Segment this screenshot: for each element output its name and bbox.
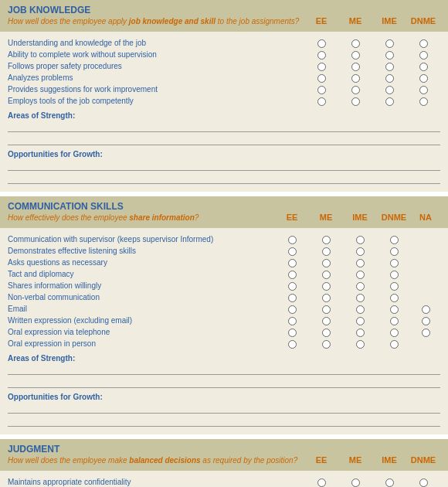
- radio-group: [275, 305, 440, 314]
- opportunity-line-comm[interactable]: [8, 403, 440, 414]
- radio-circle-na[interactable]: [422, 317, 430, 325]
- radio-circle[interactable]: [385, 51, 394, 60]
- radio-circle[interactable]: [288, 317, 297, 325]
- radio-circle[interactable]: [322, 282, 331, 291]
- radio-circle[interactable]: [390, 329, 399, 337]
- strength-line-comm-2[interactable]: [8, 377, 440, 388]
- radio-circle[interactable]: [356, 236, 365, 244]
- radio-circle[interactable]: [288, 259, 297, 267]
- radio-group: [275, 329, 440, 337]
- opportunity-line-jk[interactable]: [8, 160, 440, 171]
- radio-circle[interactable]: [356, 282, 365, 291]
- radio-circle[interactable]: [351, 74, 360, 83]
- section-judgment: JUDGMENT How well does the employee make…: [0, 439, 448, 487]
- strength-line-comm[interactable]: [8, 364, 440, 375]
- radio-circle[interactable]: [351, 39, 360, 48]
- strength-line-jk-2[interactable]: [8, 135, 440, 145]
- radio-circle[interactable]: [356, 259, 365, 267]
- radio-circle[interactable]: [356, 317, 365, 325]
- radio-circle[interactable]: [288, 271, 297, 279]
- col-ime-jk: IME: [372, 16, 406, 26]
- radio-circle[interactable]: [317, 39, 326, 48]
- radio-circle[interactable]: [385, 86, 394, 94]
- radio-circle[interactable]: [419, 63, 428, 71]
- col-me-j: ME: [338, 455, 372, 465]
- section-communication-skills: COMMUNICATION SKILLS How effectively doe…: [0, 196, 448, 434]
- radio-circle[interactable]: [385, 97, 394, 106]
- radio-circle[interactable]: [322, 247, 331, 256]
- col-labels-judgment: EE ME IME DNME: [304, 455, 440, 465]
- radio-circle[interactable]: [322, 236, 331, 244]
- radio-circle[interactable]: [419, 97, 428, 106]
- radio-circle[interactable]: [390, 294, 399, 302]
- criteria-row-comm-6: Non-verbal communication: [8, 292, 440, 303]
- radio-circle-na[interactable]: [422, 329, 430, 337]
- criteria-row-comm-4: Tact and diplomacy: [8, 269, 440, 280]
- radio-circle[interactable]: [322, 305, 331, 314]
- radio-circle[interactable]: [317, 478, 326, 487]
- opportunity-line-comm-2[interactable]: [8, 416, 440, 427]
- radio-circle[interactable]: [356, 247, 365, 256]
- radio-dnme[interactable]: [406, 39, 440, 48]
- radio-circle[interactable]: [351, 63, 360, 71]
- radio-circle[interactable]: [390, 282, 399, 291]
- radio-circle[interactable]: [356, 271, 365, 279]
- radio-circle[interactable]: [288, 305, 297, 314]
- radio-circle[interactable]: [419, 74, 428, 83]
- radio-circle[interactable]: [288, 340, 297, 349]
- criteria-row-comm-10: Oral expression in person: [8, 339, 440, 349]
- radio-circle[interactable]: [419, 39, 428, 48]
- radio-circle[interactable]: [356, 294, 365, 302]
- radio-circle[interactable]: [322, 294, 331, 302]
- radio-circle[interactable]: [351, 478, 360, 487]
- radio-circle[interactable]: [288, 236, 297, 244]
- radio-circle[interactable]: [322, 340, 331, 349]
- radio-circle[interactable]: [385, 74, 394, 83]
- radio-circle[interactable]: [288, 294, 297, 302]
- radio-circle[interactable]: [419, 478, 428, 487]
- radio-circle[interactable]: [419, 86, 428, 94]
- radio-circle-na[interactable]: [422, 305, 430, 314]
- opportunity-line-jk-2[interactable]: [8, 173, 440, 184]
- col-labels-comm: EE ME IME DNME NA: [275, 213, 440, 222]
- radio-circle[interactable]: [317, 51, 326, 60]
- section-header-job-knowledge: JOB KNOWLEDGE How well does the employee…: [0, 0, 448, 32]
- criteria-label: Understanding and knowledge of the job: [8, 38, 304, 49]
- radio-circle[interactable]: [385, 63, 394, 71]
- radio-circle[interactable]: [288, 282, 297, 291]
- radio-ime[interactable]: [372, 39, 406, 48]
- section-title-job-knowledge: JOB KNOWLEDGE: [8, 5, 440, 15]
- radio-circle[interactable]: [317, 74, 326, 83]
- radio-ee[interactable]: [304, 39, 338, 48]
- radio-circle[interactable]: [351, 97, 360, 106]
- radio-circle[interactable]: [317, 97, 326, 106]
- radio-circle[interactable]: [390, 271, 399, 279]
- strength-line-jk[interactable]: [8, 121, 440, 132]
- radio-circle[interactable]: [385, 478, 394, 487]
- radio-circle[interactable]: [322, 317, 331, 325]
- radio-circle[interactable]: [419, 51, 428, 60]
- criteria-row-j-1: Maintains appropriate confidentiality: [8, 477, 440, 487]
- radio-circle[interactable]: [356, 340, 365, 349]
- radio-circle[interactable]: [356, 329, 365, 337]
- radio-circle[interactable]: [390, 317, 399, 325]
- radio-circle[interactable]: [317, 63, 326, 71]
- radio-circle[interactable]: [351, 51, 360, 60]
- col-dnme-comm: DNME: [377, 213, 411, 222]
- radio-me[interactable]: [338, 39, 372, 48]
- radio-circle[interactable]: [322, 329, 331, 337]
- radio-circle[interactable]: [385, 39, 394, 48]
- radio-circle[interactable]: [322, 259, 331, 267]
- radio-circle[interactable]: [356, 305, 365, 314]
- radio-circle[interactable]: [390, 340, 399, 349]
- radio-circle[interactable]: [322, 271, 331, 279]
- radio-circle[interactable]: [390, 259, 399, 267]
- radio-group: [275, 282, 440, 291]
- radio-circle[interactable]: [288, 329, 297, 337]
- radio-circle[interactable]: [288, 247, 297, 256]
- radio-circle[interactable]: [351, 86, 360, 94]
- radio-circle[interactable]: [390, 305, 399, 314]
- radio-circle[interactable]: [317, 86, 326, 94]
- radio-circle[interactable]: [390, 247, 399, 256]
- radio-circle[interactable]: [390, 236, 399, 244]
